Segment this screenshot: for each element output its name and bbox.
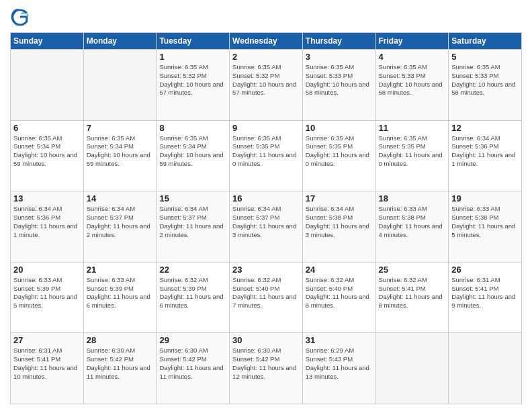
weekday-header-wednesday: Wednesday bbox=[230, 33, 303, 50]
weekday-header-thursday: Thursday bbox=[302, 33, 375, 50]
weekday-header-row: SundayMondayTuesdayWednesdayThursdayFrid… bbox=[11, 33, 522, 50]
day-cell: 17Sunrise: 6:34 AM Sunset: 5:38 PM Dayli… bbox=[302, 191, 375, 263]
day-cell: 11Sunrise: 6:35 AM Sunset: 5:35 PM Dayli… bbox=[375, 120, 449, 191]
week-row-4: 20Sunrise: 6:33 AM Sunset: 5:39 PM Dayli… bbox=[11, 262, 522, 333]
day-cell: 12Sunrise: 6:34 AM Sunset: 5:36 PM Dayli… bbox=[449, 120, 522, 191]
day-info: Sunrise: 6:32 AM Sunset: 5:40 PM Dayligh… bbox=[232, 276, 300, 310]
day-number: 27 bbox=[13, 335, 81, 345]
day-number: 10 bbox=[306, 123, 373, 133]
day-cell: 7Sunrise: 6:35 AM Sunset: 5:34 PM Daylig… bbox=[83, 120, 157, 191]
day-number: 18 bbox=[379, 193, 446, 203]
day-number: 1 bbox=[159, 52, 226, 62]
day-number: 24 bbox=[306, 265, 373, 275]
day-cell: 31Sunrise: 6:29 AM Sunset: 5:43 PM Dayli… bbox=[302, 333, 375, 404]
day-info: Sunrise: 6:35 AM Sunset: 5:33 PM Dayligh… bbox=[306, 63, 373, 97]
day-info: Sunrise: 6:35 AM Sunset: 5:33 PM Dayligh… bbox=[379, 63, 446, 97]
day-info: Sunrise: 6:35 AM Sunset: 5:35 PM Dayligh… bbox=[379, 134, 446, 169]
day-info: Sunrise: 6:33 AM Sunset: 5:38 PM Dayligh… bbox=[451, 205, 519, 239]
day-number: 9 bbox=[232, 123, 300, 133]
day-cell: 1Sunrise: 6:35 AM Sunset: 5:32 PM Daylig… bbox=[157, 50, 230, 121]
day-number: 21 bbox=[87, 265, 154, 275]
weekday-header-sunday: Sunday bbox=[11, 33, 84, 50]
day-number: 7 bbox=[87, 123, 154, 133]
day-cell: 19Sunrise: 6:33 AM Sunset: 5:38 PM Dayli… bbox=[449, 191, 522, 263]
day-info: Sunrise: 6:35 AM Sunset: 5:35 PM Dayligh… bbox=[232, 134, 300, 169]
day-info: Sunrise: 6:35 AM Sunset: 5:34 PM Dayligh… bbox=[87, 134, 154, 169]
header bbox=[10, 7, 522, 27]
day-cell: 3Sunrise: 6:35 AM Sunset: 5:33 PM Daylig… bbox=[302, 50, 375, 121]
day-cell: 13Sunrise: 6:34 AM Sunset: 5:36 PM Dayli… bbox=[11, 191, 84, 263]
day-cell: 4Sunrise: 6:35 AM Sunset: 5:33 PM Daylig… bbox=[375, 50, 449, 121]
day-cell: 5Sunrise: 6:35 AM Sunset: 5:33 PM Daylig… bbox=[449, 50, 522, 121]
day-info: Sunrise: 6:32 AM Sunset: 5:39 PM Dayligh… bbox=[159, 276, 226, 310]
day-info: Sunrise: 6:33 AM Sunset: 5:39 PM Dayligh… bbox=[87, 276, 154, 310]
day-info: Sunrise: 6:35 AM Sunset: 5:35 PM Dayligh… bbox=[306, 134, 373, 169]
day-number: 20 bbox=[13, 265, 81, 275]
day-info: Sunrise: 6:35 AM Sunset: 5:33 PM Dayligh… bbox=[451, 63, 519, 97]
day-cell: 20Sunrise: 6:33 AM Sunset: 5:39 PM Dayli… bbox=[11, 262, 84, 333]
day-info: Sunrise: 6:29 AM Sunset: 5:43 PM Dayligh… bbox=[306, 347, 373, 381]
day-info: Sunrise: 6:34 AM Sunset: 5:37 PM Dayligh… bbox=[87, 205, 154, 239]
day-number: 26 bbox=[451, 265, 519, 275]
week-row-2: 6Sunrise: 6:35 AM Sunset: 5:34 PM Daylig… bbox=[11, 120, 522, 191]
day-number: 4 bbox=[379, 52, 446, 62]
weekday-header-tuesday: Tuesday bbox=[157, 33, 230, 50]
day-cell: 21Sunrise: 6:33 AM Sunset: 5:39 PM Dayli… bbox=[83, 262, 157, 333]
day-number: 23 bbox=[232, 265, 300, 275]
day-cell: 24Sunrise: 6:32 AM Sunset: 5:40 PM Dayli… bbox=[302, 262, 375, 333]
day-number: 19 bbox=[451, 193, 519, 203]
weekday-header-saturday: Saturday bbox=[449, 33, 522, 50]
day-number: 29 bbox=[159, 335, 226, 345]
day-number: 5 bbox=[451, 52, 519, 62]
day-cell: 30Sunrise: 6:30 AM Sunset: 5:42 PM Dayli… bbox=[230, 333, 303, 404]
day-number: 30 bbox=[232, 335, 300, 345]
day-info: Sunrise: 6:34 AM Sunset: 5:38 PM Dayligh… bbox=[306, 205, 373, 239]
day-number: 28 bbox=[87, 335, 154, 345]
week-row-1: 1Sunrise: 6:35 AM Sunset: 5:32 PM Daylig… bbox=[11, 50, 522, 121]
day-cell: 29Sunrise: 6:30 AM Sunset: 5:42 PM Dayli… bbox=[157, 333, 230, 404]
day-info: Sunrise: 6:34 AM Sunset: 5:36 PM Dayligh… bbox=[451, 134, 519, 169]
day-number: 2 bbox=[232, 52, 300, 62]
day-cell: 16Sunrise: 6:34 AM Sunset: 5:37 PM Dayli… bbox=[230, 191, 303, 263]
day-number: 15 bbox=[159, 193, 226, 203]
day-cell bbox=[83, 50, 157, 121]
day-number: 17 bbox=[306, 193, 373, 203]
day-info: Sunrise: 6:35 AM Sunset: 5:34 PM Dayligh… bbox=[13, 134, 81, 169]
day-info: Sunrise: 6:35 AM Sunset: 5:34 PM Dayligh… bbox=[159, 134, 226, 169]
day-info: Sunrise: 6:30 AM Sunset: 5:42 PM Dayligh… bbox=[159, 347, 226, 381]
day-cell: 22Sunrise: 6:32 AM Sunset: 5:39 PM Dayli… bbox=[157, 262, 230, 333]
day-info: Sunrise: 6:35 AM Sunset: 5:32 PM Dayligh… bbox=[232, 63, 300, 97]
week-row-3: 13Sunrise: 6:34 AM Sunset: 5:36 PM Dayli… bbox=[11, 191, 522, 263]
week-row-5: 27Sunrise: 6:31 AM Sunset: 5:41 PM Dayli… bbox=[11, 333, 522, 404]
day-info: Sunrise: 6:32 AM Sunset: 5:40 PM Dayligh… bbox=[306, 276, 373, 310]
weekday-header-friday: Friday bbox=[375, 33, 449, 50]
day-number: 31 bbox=[306, 335, 373, 345]
day-cell: 26Sunrise: 6:31 AM Sunset: 5:41 PM Dayli… bbox=[449, 262, 522, 333]
day-cell: 28Sunrise: 6:30 AM Sunset: 5:42 PM Dayli… bbox=[83, 333, 157, 404]
day-info: Sunrise: 6:31 AM Sunset: 5:41 PM Dayligh… bbox=[13, 347, 81, 381]
day-number: 3 bbox=[306, 52, 373, 62]
day-number: 12 bbox=[451, 123, 519, 133]
day-info: Sunrise: 6:34 AM Sunset: 5:36 PM Dayligh… bbox=[13, 205, 81, 239]
day-info: Sunrise: 6:32 AM Sunset: 5:41 PM Dayligh… bbox=[379, 276, 446, 310]
day-cell: 2Sunrise: 6:35 AM Sunset: 5:32 PM Daylig… bbox=[230, 50, 303, 121]
day-number: 16 bbox=[232, 193, 300, 203]
day-number: 6 bbox=[13, 123, 81, 133]
day-cell bbox=[375, 333, 449, 404]
logo-icon bbox=[10, 7, 30, 27]
day-info: Sunrise: 6:33 AM Sunset: 5:39 PM Dayligh… bbox=[13, 276, 81, 310]
day-info: Sunrise: 6:34 AM Sunset: 5:37 PM Dayligh… bbox=[232, 205, 300, 239]
day-cell: 18Sunrise: 6:33 AM Sunset: 5:38 PM Dayli… bbox=[375, 191, 449, 263]
logo bbox=[10, 7, 33, 27]
day-cell: 27Sunrise: 6:31 AM Sunset: 5:41 PM Dayli… bbox=[11, 333, 84, 404]
day-info: Sunrise: 6:33 AM Sunset: 5:38 PM Dayligh… bbox=[379, 205, 446, 239]
day-info: Sunrise: 6:30 AM Sunset: 5:42 PM Dayligh… bbox=[232, 347, 300, 381]
day-number: 14 bbox=[87, 193, 154, 203]
day-info: Sunrise: 6:30 AM Sunset: 5:42 PM Dayligh… bbox=[87, 347, 154, 381]
day-number: 13 bbox=[13, 193, 81, 203]
day-info: Sunrise: 6:34 AM Sunset: 5:37 PM Dayligh… bbox=[159, 205, 226, 239]
day-cell: 23Sunrise: 6:32 AM Sunset: 5:40 PM Dayli… bbox=[230, 262, 303, 333]
day-cell: 10Sunrise: 6:35 AM Sunset: 5:35 PM Dayli… bbox=[302, 120, 375, 191]
day-info: Sunrise: 6:31 AM Sunset: 5:41 PM Dayligh… bbox=[451, 276, 519, 310]
day-number: 11 bbox=[379, 123, 446, 133]
